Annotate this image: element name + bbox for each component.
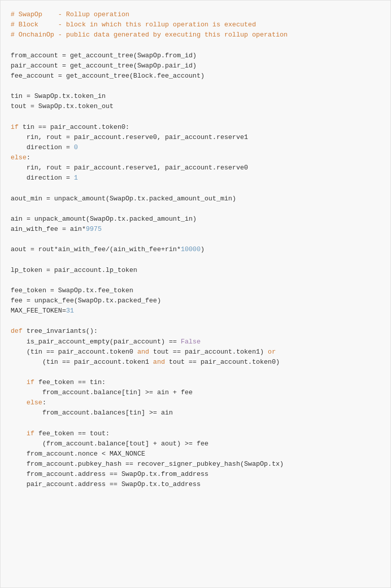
code-container: # SwapOp - Rollup operation # Block - bl…: [0, 0, 391, 588]
code-content: # SwapOp - Rollup operation # Block - bl…: [11, 10, 380, 490]
